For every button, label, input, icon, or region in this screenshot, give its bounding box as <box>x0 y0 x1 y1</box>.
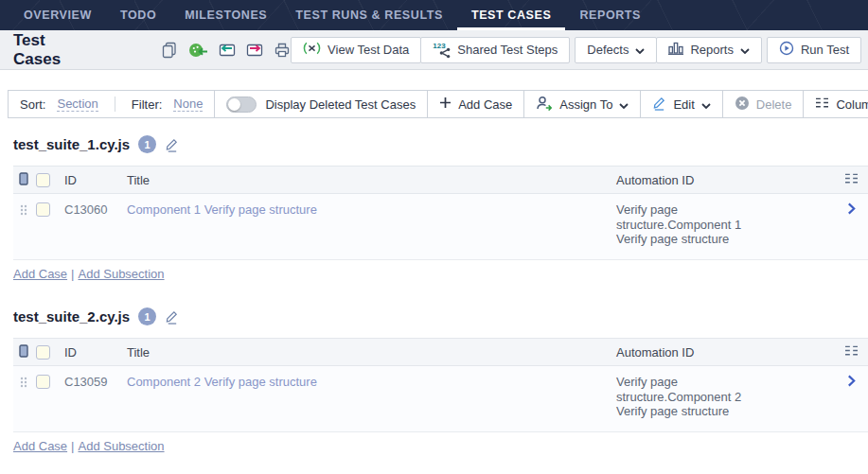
column-header-title: Title <box>127 173 616 187</box>
table-header-row: ID Title Automation ID <box>13 338 868 366</box>
delete-button[interactable]: Delete <box>722 90 805 118</box>
automation-sync-icon[interactable] <box>188 42 208 59</box>
chevron-right-icon[interactable] <box>847 375 856 390</box>
shared-steps-icon: 123 <box>433 43 451 58</box>
nav-item-reports[interactable]: REPORTS <box>565 0 655 30</box>
case-title-link[interactable]: Component 2 Verify page structure <box>127 375 317 389</box>
chevron-right-icon[interactable] <box>847 202 856 218</box>
nav-item-todo[interactable]: TODO <box>106 0 170 30</box>
add-case-link[interactable]: Add Case <box>13 439 67 453</box>
copy-icon[interactable] <box>161 42 178 59</box>
automation-id-value: Verify page structure.Component 1 Verify… <box>616 202 770 247</box>
section-footer-links: Add Case|Add Subsection <box>13 267 868 281</box>
nav-item-test-cases[interactable]: TEST CASES <box>457 0 566 30</box>
shared-test-steps-button[interactable]: 123 Shared Test Steps <box>420 37 570 63</box>
sort-value-link[interactable]: Section <box>57 97 97 112</box>
chevron-down-icon <box>619 97 629 112</box>
case-id: C13060 <box>64 202 127 217</box>
export-icon[interactable] <box>246 42 263 59</box>
add-case-link[interactable]: Add Case <box>13 267 67 281</box>
delete-circle-icon <box>735 96 750 114</box>
row-indicator-icon <box>19 344 28 360</box>
section-title: test_suite_1.cy.js <box>13 136 130 152</box>
table-header-row: ID Title Automation ID <box>13 166 868 194</box>
links-separator: | <box>71 439 74 453</box>
column-header-title: Title <box>127 345 616 360</box>
edit-pencil-icon <box>652 96 666 114</box>
column-header-id: ID <box>64 345 127 360</box>
table-columns-icon[interactable] <box>844 172 859 187</box>
case-count-badge: 1 <box>138 307 156 325</box>
nav-item-milestones[interactable]: MILESTONES <box>170 0 281 30</box>
plus-icon <box>439 97 452 112</box>
toolbar: Test Cases View Test Data <box>0 30 868 70</box>
reports-label: Reports <box>690 43 734 57</box>
filter-value-link[interactable]: None <box>173 97 203 112</box>
add-case-label: Add Case <box>458 97 512 112</box>
automation-id-value: Verify page structure.Component 2 Verify… <box>616 375 770 419</box>
column-header-id: ID <box>64 173 127 187</box>
view-test-data-label: View Test Data <box>328 43 409 57</box>
drag-handle-icon[interactable] <box>20 377 27 391</box>
sort-filter-segment: Sort:Section Filter:None <box>8 90 215 118</box>
case-count-badge: 1 <box>138 135 156 153</box>
drag-handle-icon[interactable] <box>20 204 27 219</box>
edit-label: Edit <box>673 97 694 112</box>
select-all-checkbox[interactable] <box>36 345 50 360</box>
divider <box>115 97 115 112</box>
edit-dropdown-button[interactable]: Edit <box>640 90 722 118</box>
columns-label: Columns <box>836 97 868 112</box>
view-test-data-button[interactable]: View Test Data <box>291 37 421 63</box>
shared-test-steps-label: Shared Test Steps <box>457 43 558 57</box>
chevron-down-icon <box>740 43 750 57</box>
add-case-button[interactable]: Add Case <box>427 90 524 118</box>
run-test-button[interactable]: Run Test <box>767 37 861 63</box>
filter-action-bar: Sort:Section Filter:None Display Deleted… <box>8 90 861 118</box>
bar-chart-icon <box>668 42 683 58</box>
table-columns-icon[interactable] <box>844 344 859 360</box>
page-title: Test Cases <box>13 31 64 69</box>
nav-item-overview[interactable]: OVERVIEW <box>9 0 106 30</box>
row-indicator-icon <box>19 172 28 188</box>
add-subsection-link[interactable]: Add Subsection <box>78 439 164 453</box>
edit-section-icon[interactable] <box>165 309 179 325</box>
assign-person-icon <box>536 96 553 114</box>
section-header: test_suite_1.cy.js 1 <box>13 135 868 153</box>
filter-label: Filter: <box>132 97 163 112</box>
nav-item-test-runs-results[interactable]: TEST RUNS & RESULTS <box>281 0 457 30</box>
section-footer-links: Add Case|Add Subsection <box>13 439 868 453</box>
columns-button[interactable]: Columns <box>803 90 868 118</box>
row-checkbox[interactable] <box>36 375 50 389</box>
section-header: test_suite_2.cy.js 1 <box>13 307 868 325</box>
test-case-table: ID Title Automation ID C13060 Component … <box>13 166 868 260</box>
display-deleted-toggle[interactable] <box>226 97 257 113</box>
top-navigation: OVERVIEW TODO MILESTONES TEST RUNS & RES… <box>0 0 868 30</box>
chevron-down-icon <box>701 97 711 112</box>
add-subsection-link[interactable]: Add Subsection <box>78 267 164 281</box>
case-title-link[interactable]: Component 1 Verify page structure <box>127 202 317 217</box>
column-header-automation-id: Automation ID <box>616 173 834 187</box>
reports-dropdown-button[interactable]: Reports <box>656 37 762 63</box>
test-data-icon <box>303 42 321 58</box>
test-case-row: C13060 Component 1 Verify page structure… <box>13 194 868 260</box>
case-id: C13059 <box>64 375 127 389</box>
section-title: test_suite_2.cy.js <box>13 308 130 325</box>
columns-icon <box>815 97 829 112</box>
select-all-checkbox[interactable] <box>36 173 50 187</box>
assign-to-label: Assign To <box>559 97 612 112</box>
run-test-label: Run Test <box>801 43 849 57</box>
edit-section-icon[interactable] <box>165 137 179 152</box>
toolbar-icon-cluster <box>161 42 291 59</box>
print-icon[interactable] <box>274 42 291 59</box>
deleted-cases-segment: Display Deleted Test Cases <box>214 90 428 118</box>
links-separator: | <box>71 267 74 281</box>
defects-dropdown-button[interactable]: Defects <box>575 37 657 63</box>
test-case-row: C13059 Component 2 Verify page structure… <box>13 366 868 432</box>
test-suite-section-1: test_suite_1.cy.js 1 ID Title Automation… <box>0 135 868 281</box>
import-icon[interactable] <box>219 42 236 59</box>
assign-to-dropdown-button[interactable]: Assign To <box>523 90 641 118</box>
chevron-down-icon <box>635 43 645 57</box>
row-checkbox[interactable] <box>36 202 50 217</box>
play-circle-icon <box>779 41 794 59</box>
toggle-knob <box>228 98 240 111</box>
